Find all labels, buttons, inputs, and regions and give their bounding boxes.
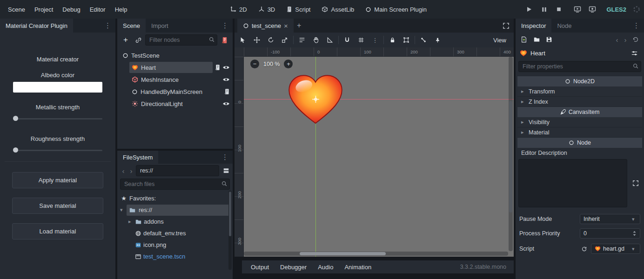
script-icon[interactable] (215, 64, 221, 71)
select-tool-button[interactable] (237, 34, 248, 46)
pan-tool-button[interactable] (310, 34, 322, 46)
tab-import[interactable]: Import (146, 19, 174, 33)
fs-path-input[interactable] (136, 165, 219, 176)
slider-grabber[interactable] (13, 116, 18, 121)
load-material-button[interactable]: Load material (12, 223, 103, 239)
expand-description-button[interactable] (630, 178, 641, 189)
snap-options-button[interactable]: ⋮ (369, 34, 381, 46)
fs-forward-button[interactable]: › (128, 165, 134, 176)
new-resource-button[interactable] (518, 34, 530, 45)
zoom-out-button[interactable]: − (250, 60, 259, 68)
roughness-strength-slider[interactable] (13, 147, 102, 153)
close-tab-icon[interactable]: × (284, 22, 288, 30)
dock-menu-button[interactable]: ⋮ (217, 19, 233, 33)
tab-filesystem[interactable]: FileSystem (117, 151, 158, 164)
menu-help[interactable]: Help (111, 4, 132, 15)
history-forward-button[interactable]: › (622, 34, 629, 45)
tab-material-creator-plugin[interactable]: Material Creator Plugin (0, 19, 73, 33)
chevron-down-icon[interactable]: ▾ (120, 207, 125, 213)
albedo-color-swatch[interactable] (13, 82, 102, 93)
play-button[interactable] (523, 4, 535, 15)
object-tools-button[interactable] (629, 47, 640, 59)
menu-project[interactable]: Project (30, 4, 57, 15)
visibility-eye-icon[interactable] (222, 100, 230, 107)
filter-properties-input[interactable] (518, 61, 641, 72)
rotate-tool-button[interactable] (265, 34, 276, 46)
move-tool-button[interactable] (251, 34, 262, 46)
fs-favorites[interactable]: ★ Favorites: (117, 193, 233, 204)
tab-node[interactable]: Node (551, 19, 577, 33)
dock-menu-button[interactable]: ⋮ (100, 19, 115, 33)
workspace-3d[interactable]: 3D (254, 4, 280, 15)
metallic-strength-slider[interactable] (13, 115, 102, 122)
fs-item-res[interactable]: ▾ res:// (117, 204, 233, 216)
tab-scene[interactable]: Scene (117, 19, 146, 33)
scene-tab-test-scene[interactable]: test_scene × (237, 19, 294, 33)
scale-tool-button[interactable] (279, 34, 290, 46)
save-resource-button[interactable] (543, 34, 555, 45)
scene-node-meshinstance[interactable]: MeshInstance (117, 73, 233, 86)
list-select-button[interactable] (296, 34, 308, 46)
bottom-tab-animation[interactable]: Animation (340, 262, 376, 272)
section-transform[interactable]: ▸ Transform (517, 86, 642, 97)
load-resource-button[interactable] (531, 34, 542, 45)
fs-item-default-env[interactable]: default_env.tres (117, 227, 233, 239)
category-node2d[interactable]: Node2D (517, 76, 642, 86)
fs-scrollbar[interactable] (228, 191, 232, 270)
workspace-assetlib[interactable]: AssetLib (317, 4, 359, 15)
apply-material-button[interactable]: Apply material (12, 172, 103, 188)
bottom-tab-output[interactable]: Output (247, 262, 273, 272)
skeleton-options-button[interactable] (418, 34, 429, 46)
scene-node-testscene[interactable]: TestScene (117, 49, 233, 61)
workspace-2d[interactable]: 2D (225, 4, 252, 15)
split-mode-button[interactable] (221, 165, 232, 176)
dock-menu-button[interactable]: ⋮ (217, 151, 233, 164)
canvas[interactable]: -100 0 100 200 300 400 0 100 200 300 (235, 47, 514, 257)
canvas-vscrollbar[interactable] (509, 57, 513, 251)
section-visibility[interactable]: ▸ Visibility (517, 117, 642, 127)
fs-item-addons[interactable]: ▸ addons (117, 216, 233, 227)
editor-description-input[interactable] (518, 159, 627, 207)
history-back-button[interactable]: ‹ (613, 34, 621, 45)
play-custom-scene-button[interactable] (587, 4, 598, 15)
add-node-button[interactable]: + (120, 34, 131, 46)
canvas-hscrollbar-thumb[interactable] (300, 252, 386, 255)
view-menu-button[interactable]: View (489, 35, 511, 45)
new-scene-tab-button[interactable]: + (294, 20, 305, 31)
stop-button[interactable] (553, 4, 564, 15)
canvas-hscrollbar[interactable] (244, 252, 508, 256)
chevron-right-icon[interactable]: ▸ (128, 219, 133, 225)
canvas-vscrollbar-thumb[interactable] (509, 101, 512, 213)
section-material[interactable]: ▸ Material (517, 127, 642, 138)
category-canvasitem[interactable]: CanvasItem (517, 107, 642, 117)
zoom-in-button[interactable]: + (284, 60, 293, 68)
fs-back-button[interactable]: ‹ (120, 165, 127, 176)
dock-menu-button[interactable]: ⋮ (629, 19, 644, 33)
editor-description-label-row[interactable]: Editor Description (517, 148, 642, 158)
spin-arrows-icon[interactable] (632, 231, 637, 236)
fs-item-test-scene[interactable]: test_scene.tscn (117, 251, 233, 262)
tab-inspector[interactable]: Inspector (516, 19, 551, 33)
menu-scene[interactable]: Scene (4, 4, 29, 15)
fs-item-icon-png[interactable]: icon.png (117, 239, 233, 251)
distraction-free-button[interactable] (498, 19, 514, 33)
lock-object-button[interactable] (387, 34, 398, 46)
script-value-select[interactable]: heart.gd ▾ (591, 244, 640, 254)
scene-node-directionallight[interactable]: DirectionalLight (117, 98, 233, 110)
section-z-index[interactable]: ▸ Z Index (517, 97, 642, 107)
pin-button[interactable] (432, 34, 443, 46)
visibility-eye-icon[interactable] (222, 64, 230, 71)
smart-snap-button[interactable] (342, 34, 353, 46)
filter-nodes-input[interactable] (145, 34, 217, 46)
menu-editor[interactable]: Editor (86, 4, 110, 15)
zoom-level-label[interactable]: 100 % (263, 61, 280, 67)
play-scene-button[interactable] (572, 4, 583, 15)
renderer-select[interactable]: GLES2 (606, 6, 626, 13)
grid-snap-button[interactable] (356, 34, 367, 46)
workspace-main-screen-plugin[interactable]: Main Screen Plugin (361, 4, 431, 15)
scene-node-heart[interactable]: Heart (117, 61, 233, 73)
workspace-script[interactable]: Script (282, 4, 315, 15)
bottom-tab-debugger[interactable]: Debugger (276, 262, 311, 272)
group-object-button[interactable] (401, 34, 412, 46)
slider-grabber[interactable] (13, 147, 18, 153)
